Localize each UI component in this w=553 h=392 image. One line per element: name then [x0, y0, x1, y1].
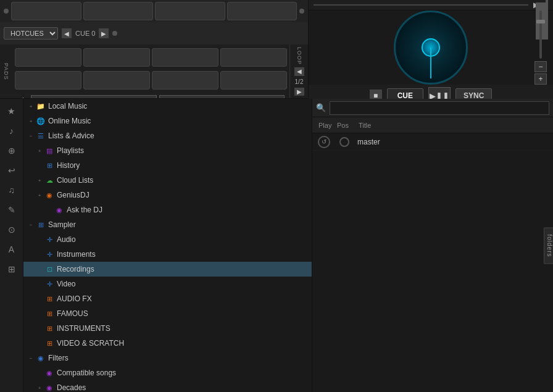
sidebar-icon-notes[interactable]: ♫ [3, 181, 20, 199]
sidebar-icon-mic[interactable]: ⊙ [3, 221, 20, 238]
tree-item-video[interactable]: ✛ Video [23, 277, 312, 291]
replay-button[interactable]: ↺ [318, 136, 330, 148]
minus-btn[interactable]: − [534, 61, 547, 72]
tree-item-audiofx[interactable]: ⊞ AUDIO FX [23, 291, 312, 306]
label-cloud-lists: Cloud Lists [57, 176, 93, 185]
cue-dot [112, 31, 117, 36]
file-browser: + 📁 Local Music + 🌐 Online Music − ☰ Lis… [23, 99, 312, 392]
tree-item-instruments2[interactable]: ⊞ INSTRUMENTS [23, 321, 312, 336]
pad-btn-1[interactable] [11, 2, 81, 20]
plus-btn[interactable]: + [534, 73, 547, 85]
label-sampler: Sampler [48, 220, 76, 229]
sidebar-icon-text[interactable]: A [3, 241, 20, 258]
video-icon: ✛ [44, 279, 54, 289]
loop-next[interactable]: ▶ [294, 88, 304, 96]
sidebar-icon-music[interactable]: ♪ [3, 122, 20, 140]
pad-row-2 [15, 70, 287, 91]
cue-number: CUE 0 [75, 30, 95, 37]
fader-thumb[interactable] [536, 20, 545, 23]
sidebar-icon-grid[interactable]: ⊞ [3, 261, 20, 278]
search-input[interactable] [330, 101, 549, 115]
folder-icon-local: 📁 [36, 101, 46, 111]
pad-r1-3[interactable] [152, 48, 218, 67]
right-panel-wrapper: 🔍 Play Pos Title ↺ master folders [312, 99, 553, 392]
hotcues-select[interactable]: HOTCUES [4, 27, 58, 40]
tree-item-playlists[interactable]: + ▤ Playlists [23, 143, 312, 158]
tree-item-lists-advice[interactable]: − ☰ Lists & Advice [23, 128, 312, 143]
audio-icon: ✛ [44, 235, 54, 244]
pad-dot-top-right [299, 9, 304, 14]
table-row[interactable]: ↺ master [312, 133, 553, 151]
tree-item-ask-dj[interactable]: ◉ Ask the DJ [23, 202, 312, 217]
folders-tab[interactable]: folders [544, 227, 553, 264]
sidebar-icon-edit[interactable]: ✎ [3, 201, 20, 219]
sidebar-icon-favorites[interactable]: ★ [3, 102, 20, 120]
famous-icon: ⊞ [44, 309, 54, 319]
tree-item-recordings[interactable]: ⊡ Recordings [23, 262, 312, 277]
tree-item-videoscratch[interactable]: ⊞ VIDEO & SCRATCH [23, 336, 312, 351]
tree-item-filters[interactable]: − ◉ Filters [23, 351, 312, 365]
row-replay-col: ↺ [315, 136, 333, 148]
sidebar-icon-back[interactable]: ↩ [3, 162, 20, 179]
tree-item-audio[interactable]: ✛ Audio [23, 232, 312, 247]
tree-item-compatible-songs[interactable]: ◉ Compatible songs [23, 365, 312, 380]
browser-scroll[interactable]: + 📁 Local Music + 🌐 Online Music − ☰ Lis… [23, 99, 312, 392]
pad-buttons-top [11, 2, 297, 20]
pad-r1-1[interactable] [15, 48, 81, 67]
pad-btn-4[interactable] [227, 2, 297, 20]
label-recordings: Recordings [57, 265, 94, 273]
expand-lists-advice: − [27, 132, 35, 140]
pad-r2-2[interactable] [83, 71, 150, 90]
bottom-area: ★ ♪ ⊕ ↩ ♫ ✎ ⊙ A ⊞ + 📁 Local Music + 🌐 On… [0, 99, 553, 392]
pad-row-1 [15, 47, 287, 68]
track-title: master [355, 138, 551, 146]
expand-filters: − [27, 354, 35, 362]
tree-item-decades[interactable]: + ◉ Decades [23, 380, 312, 392]
col-header-pos: Pos [333, 122, 355, 129]
globe-icon-online: 🌐 [36, 116, 46, 126]
turntable[interactable] [394, 10, 468, 85]
label-videoscratch: VIDEO & SCRATCH [57, 339, 124, 348]
instruments-icon: ✛ [44, 249, 54, 259]
hotcues-row: HOTCUES ◀ CUE 0 ▶ [0, 22, 308, 44]
decades-icon: ◉ [44, 383, 54, 392]
expand-ask-dj [46, 206, 53, 214]
pad-r2-4[interactable] [220, 71, 287, 90]
pad-btn-2[interactable] [83, 2, 154, 20]
col-header-play: Play [315, 122, 333, 129]
tree-item-famous[interactable]: ⊞ FAMOUS [23, 306, 312, 321]
tree-item-cloud-lists[interactable]: + ☁ Cloud Lists [23, 173, 312, 188]
top-deck: HOTCUES ◀ CUE 0 ▶ PADS [0, 0, 553, 99]
in-button[interactable]: IN [31, 95, 157, 98]
sidebar-icon-add[interactable]: ⊕ [3, 142, 20, 159]
expand-sampler: − [27, 221, 35, 228]
expand-history [36, 162, 43, 169]
label-ask-dj: Ask the DJ [67, 206, 102, 214]
search-bar: 🔍 [312, 99, 553, 117]
expand-video [36, 280, 43, 288]
pad-r1-2[interactable] [83, 48, 150, 67]
settings-icon[interactable]: ⚙ [17, 95, 28, 98]
loop-page: 1/2 [295, 78, 304, 85]
pad-btn-3[interactable] [155, 2, 225, 20]
pad-r1-4[interactable] [220, 48, 287, 67]
label-filters: Filters [48, 354, 69, 362]
tree-item-instruments[interactable]: ✛ Instruments [23, 247, 312, 262]
tree-item-history[interactable]: ⊞ History [23, 158, 312, 173]
expand-geniusdj: + [36, 191, 43, 199]
tree-item-online-music[interactable]: + 🌐 Online Music [23, 114, 312, 128]
tree-item-local-music[interactable]: + 📁 Local Music [23, 99, 312, 114]
pad-r2-1[interactable] [15, 71, 81, 90]
pad-r2-3[interactable] [152, 71, 218, 90]
cue-prev-arrow[interactable]: ◀ [62, 28, 72, 38]
audiofx-icon: ⊞ [44, 294, 54, 304]
tree-item-geniusdj[interactable]: + ◉ GeniusDJ [23, 188, 312, 202]
tree-item-sampler[interactable]: − ⊞ Sampler [23, 217, 312, 232]
expand-famous [36, 310, 43, 317]
expand-recordings [36, 265, 43, 273]
cue-next-arrow[interactable]: ▶ [99, 28, 109, 38]
loop-prev[interactable]: ◀ [294, 67, 304, 75]
videoscratch-icon: ⊞ [44, 338, 54, 348]
out-button[interactable]: OUT [159, 95, 285, 98]
label-famous: FAMOUS [57, 309, 88, 318]
